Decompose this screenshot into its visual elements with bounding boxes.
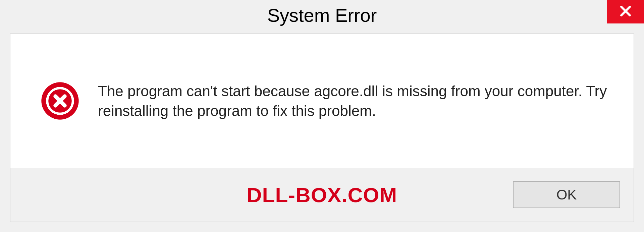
titlebar: System Error (0, 0, 644, 30)
dialog-footer: DLL-BOX.COM OK (10, 168, 634, 222)
dialog-title: System Error (267, 4, 377, 26)
ok-button[interactable]: OK (513, 181, 620, 208)
dialog-body: The program can't start because agcore.d… (10, 34, 634, 168)
close-button[interactable] (607, 0, 644, 23)
dialog-frame: The program can't start because agcore.d… (10, 34, 634, 222)
watermark-text: DLL-BOX.COM (247, 183, 397, 207)
close-icon (619, 5, 632, 19)
dialog-message: The program can't start because agcore.d… (98, 81, 613, 121)
error-icon (41, 81, 79, 120)
